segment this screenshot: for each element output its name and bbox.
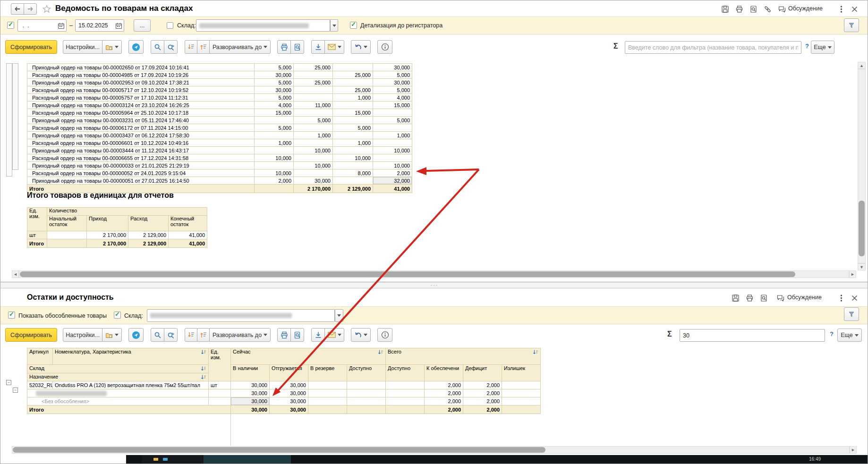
scroll-right-button[interactable]: ► <box>849 270 856 278</box>
surplus-header[interactable]: Излишек <box>502 365 541 381</box>
send-button[interactable] <box>128 328 144 342</box>
collapse-groups-button[interactable] <box>185 40 197 54</box>
report-cell[interactable]: 32,000 <box>373 177 412 185</box>
to-supply-header[interactable]: К обеспечени <box>425 365 463 381</box>
table-row[interactable]: Приходный ордер на товары 00-00003231 от… <box>27 117 412 124</box>
no-separation-cell[interactable]: <Без обособления> <box>27 397 209 405</box>
report-cell[interactable]: 5,000 <box>294 117 333 124</box>
save-file-button[interactable] <box>311 328 325 342</box>
summary-in-cell[interactable]: 2 170,000 <box>87 231 128 239</box>
sklad-row-header[interactable]: Склад <box>27 365 209 373</box>
report-cell[interactable]: 10,000 <box>333 154 373 162</box>
unit-cell[interactable]: шт <box>209 381 231 389</box>
print-icon[interactable] <box>745 293 754 303</box>
total-out[interactable]: 2 129,000 <box>333 185 373 193</box>
send-button[interactable] <box>128 40 144 54</box>
summary-total-end[interactable]: 41,000 <box>169 239 207 248</box>
info-button[interactable] <box>377 40 392 54</box>
to-supply-total[interactable]: 2,000 <box>425 405 463 414</box>
total-in[interactable]: 2 170,000 <box>294 185 333 193</box>
report-cell[interactable]: 5,000 <box>255 64 294 71</box>
report-cell[interactable] <box>373 124 412 132</box>
close-icon[interactable] <box>850 293 859 303</box>
summary-end-header[interactable]: Конечный остаток <box>169 216 207 231</box>
link-icon[interactable] <box>763 4 772 14</box>
settings-button[interactable]: Настройки... <box>63 40 102 54</box>
close-icon[interactable] <box>850 4 859 14</box>
scroll-right-button[interactable]: ► <box>850 446 857 454</box>
save-icon[interactable] <box>731 293 740 303</box>
report-cell[interactable] <box>333 117 373 124</box>
tree-collapse-icon[interactable]: − <box>6 380 11 385</box>
report-cell[interactable] <box>255 132 294 139</box>
generate-button[interactable]: Сформировать <box>5 40 57 54</box>
surplus-cell[interactable] <box>502 381 541 389</box>
report-cell[interactable] <box>373 154 412 162</box>
calendar-icon[interactable] <box>58 22 65 29</box>
to-supply-cell[interactable]: 2,000 <box>425 381 463 389</box>
sum-value-input[interactable] <box>680 329 825 342</box>
report-cell[interactable] <box>333 132 373 139</box>
report-cell[interactable] <box>255 117 294 124</box>
summary-in-header[interactable]: Приход <box>87 216 128 231</box>
report-cell[interactable]: 11,000 <box>294 101 333 109</box>
table-row[interactable]: 52032_RUS1 Ondutiss PRO A (120) ветрозащ… <box>27 381 541 389</box>
deficit-cell[interactable]: 2,000 <box>463 397 502 405</box>
back-button[interactable] <box>11 3 24 15</box>
filter-settings-button[interactable] <box>844 18 859 32</box>
table-row[interactable]: Расходный ордер на товары 00-00005717 от… <box>27 86 412 94</box>
report-cell[interactable]: 2,000 <box>255 177 294 185</box>
summary-row-sht[interactable]: шт 2 170,000 2 129,000 41,000 <box>27 231 207 239</box>
report-cell[interactable]: 5,000 <box>255 94 294 101</box>
report-cell[interactable] <box>294 109 333 117</box>
report-cell[interactable]: 10,000 <box>373 162 412 169</box>
print-button[interactable] <box>277 40 291 54</box>
now-group-header[interactable]: Сейчас <box>231 348 386 365</box>
report-cell[interactable]: 5,000 <box>373 71 412 79</box>
report-cell[interactable]: Приходный ордер на товары 00-00000033 от… <box>27 162 255 169</box>
available2-cell[interactable] <box>386 397 425 405</box>
history-button[interactable] <box>351 40 371 54</box>
summary-total-row[interactable]: Итого 2 170,000 2 129,000 41,000 <box>27 239 207 248</box>
save-icon[interactable] <box>720 4 730 14</box>
print-preview-icon[interactable] <box>749 4 758 14</box>
unit-cell[interactable] <box>209 389 231 397</box>
report-cell[interactable]: 10,000 <box>255 169 294 177</box>
report-cell[interactable]: 25,000 <box>333 86 373 94</box>
article-cell[interactable]: 52032_RUS1 <box>27 381 53 389</box>
deficit-total[interactable]: 2,000 <box>463 405 502 414</box>
table-row[interactable]: Приходный ордер на товары 00-00003444 от… <box>27 147 412 154</box>
report-cell[interactable]: 5,000 <box>255 124 294 132</box>
report-cell[interactable]: 1,000 <box>373 132 412 139</box>
summary-begin-header[interactable]: Начальный остаток <box>47 216 87 231</box>
report-cell[interactable]: 5,000 <box>373 86 412 94</box>
report-cell[interactable]: 1,000 <box>255 139 294 147</box>
summary-out-cell[interactable]: 2 129,000 <box>128 231 169 239</box>
report-cell[interactable]: 30,000 <box>373 64 412 71</box>
available-cell[interactable] <box>347 381 386 389</box>
report-cell[interactable] <box>255 147 294 154</box>
shipping-cell[interactable]: 30,000 <box>270 381 308 389</box>
nomenclature-header[interactable]: Номенклатура, Характеристика <box>53 348 209 365</box>
article-header[interactable]: Артикул <box>27 348 53 365</box>
sklad-field[interactable] <box>196 19 330 32</box>
report-cell[interactable] <box>333 101 373 109</box>
deficit-header[interactable]: Дефицит <box>463 365 502 381</box>
table-row[interactable]: Приходный ордер на товары 00-00000033 от… <box>27 162 412 169</box>
calendar-icon[interactable] <box>115 22 122 29</box>
report-cell[interactable]: Приходный ордер на товары 00-00003231 от… <box>27 117 255 124</box>
report-cell[interactable] <box>373 109 412 117</box>
grouping-bar-level2[interactable] <box>12 63 18 170</box>
report-cell[interactable]: 4,000 <box>373 94 412 101</box>
availability-total-row[interactable]: Итого 30,000 30,000 2,000 2,000 <box>27 405 541 414</box>
send-mail-button[interactable] <box>324 328 344 342</box>
print-preview-icon[interactable] <box>759 293 768 303</box>
shipping-cell[interactable]: 30,000 <box>270 397 308 405</box>
scroll-down-button[interactable]: ▼ <box>858 263 866 270</box>
report-cell[interactable]: Приходный ордер на товары 00-00002953 от… <box>27 79 255 86</box>
summary-total-begin[interactable] <box>47 239 87 248</box>
print-icon[interactable] <box>734 4 744 14</box>
report-cell[interactable]: 25,000 <box>294 79 333 86</box>
window-splitter[interactable]: ··· <box>0 282 868 288</box>
report-cell[interactable]: 2,000 <box>373 169 412 177</box>
